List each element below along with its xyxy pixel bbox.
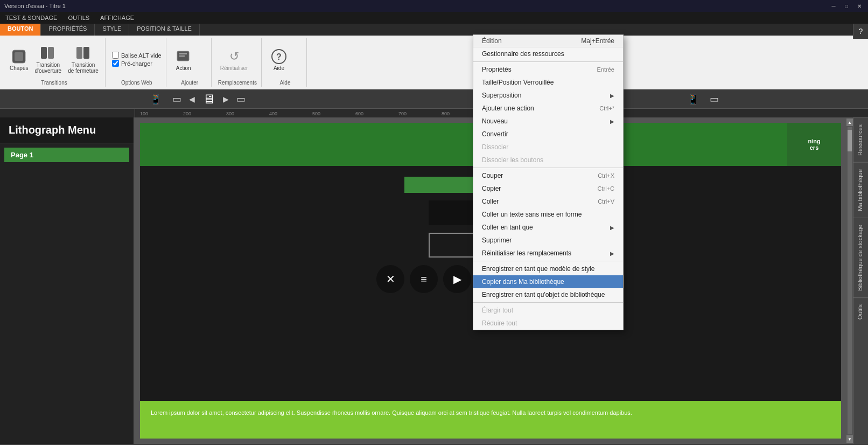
tab-proprietes[interactable]: PROPRIÉTÉS: [41, 24, 95, 36]
device-tablet-right2[interactable]: ▭: [706, 92, 722, 106]
ctx-item-19[interactable]: Enregistrer en tant que modèle de style: [473, 262, 623, 275]
precharger-checkbox[interactable]: Pré-charger: [112, 60, 162, 67]
transition-ouverture-label: Transitiond'ouverture: [34, 62, 61, 74]
menu-affichage[interactable]: AFFICHAGE: [95, 13, 139, 22]
ctx-item-0[interactable]: Gestionnaire des ressources: [473, 47, 623, 60]
ctx-item-21[interactable]: Enregistrer en tant qu'objet de biblioth…: [473, 288, 623, 301]
slide-bottom: Lorem ipsum dolor sit amet, consectetur …: [140, 401, 841, 439]
ctx-shortcut-12: Ctrl+C: [598, 185, 614, 192]
slide-header: Lithograph Menu: [0, 117, 134, 143]
ctx-item-20[interactable]: Copier dans Ma bibliothèque: [473, 275, 623, 288]
svg-rect-4: [76, 47, 82, 59]
transition-fermeture-btn[interactable]: Transitionde fermeture: [66, 44, 101, 75]
action-btn[interactable]: Action: [173, 47, 194, 72]
slide-page[interactable]: Page 1: [4, 148, 129, 162]
context-menu: Édition Maj+Entrée Gestionnaire des ress…: [473, 34, 624, 330]
ctx-item-15[interactable]: Coller en tant que▶: [473, 221, 623, 234]
menu-test-sondage[interactable]: TEST & SONDAGE: [0, 13, 62, 22]
svg-rect-3: [48, 47, 54, 59]
ctx-item-label-23: Élargir tout: [482, 307, 513, 314]
ctrl-menu[interactable]: ≡: [410, 265, 438, 293]
device-bar: 📱 ▭ ◀ 🖥 ▶ ▭ 📱 ▭: [0, 89, 868, 109]
transition-ouverture-btn[interactable]: Transitiond'ouverture: [32, 44, 64, 75]
ctx-item-14[interactable]: Coller un texte sans mise en forme: [473, 208, 623, 221]
scroll-track: [848, 127, 852, 434]
ctx-item-5[interactable]: Ajouter une actionCtrl+*: [473, 102, 623, 115]
ctx-item-4[interactable]: Superposition▶: [473, 89, 623, 102]
device-phone-small[interactable]: 📱: [146, 92, 165, 106]
balise-alt-input[interactable]: [112, 52, 119, 59]
scroll-up[interactable]: ▲: [846, 119, 853, 126]
reinitialiser-label: Réinitialiser: [220, 65, 248, 71]
ctx-item-label-12: Copier: [482, 185, 501, 192]
menu-outils[interactable]: OUTILS: [62, 13, 95, 22]
svg-rect-5: [83, 47, 89, 59]
device-tablet-right[interactable]: ▭: [233, 92, 249, 106]
left-panel: Lithograph Menu Page 1: [0, 117, 135, 444]
ctx-item-6[interactable]: Nouveau▶: [473, 115, 623, 128]
tab-bibliotheque-stockage[interactable]: Bibliothèque de stockage: [853, 218, 868, 297]
tab-position-taille[interactable]: POSITION & TAILLE: [129, 24, 200, 36]
tab-ressources[interactable]: Ressources: [853, 117, 868, 162]
ribbon-group-options-web: Balise ALT vide Pré-charger Options Web: [108, 38, 166, 87]
svg-rect-8: [179, 55, 185, 57]
ctx-item-12[interactable]: CopierCtrl+C: [473, 182, 623, 195]
transition-fermeture-icon: [75, 45, 92, 62]
right-panel: Ressources Ma bibliothèque Bibliothèque …: [853, 117, 868, 444]
next-btn[interactable]: ▶: [223, 95, 229, 103]
ctx-item-label-17: Réinitialiser les remplacements: [482, 249, 571, 257]
prev-btn[interactable]: ◀: [189, 95, 195, 103]
tab-style[interactable]: STYLE: [95, 24, 129, 36]
ajouter-label: Ajouter: [173, 80, 207, 86]
ctx-item-label-7: Convertir: [482, 130, 508, 138]
ctx-item-16[interactable]: Supprimer: [473, 234, 623, 247]
svg-text:600: 600: [355, 111, 363, 116]
ctx-item-label-24: Réduire tout: [482, 319, 517, 327]
scroll-down[interactable]: ▼: [846, 435, 853, 443]
ctx-item-label-19: Enregistrer en tant que modèle de style: [482, 265, 594, 273]
help-button[interactable]: ?: [853, 24, 868, 39]
tab-outils[interactable]: Outils: [853, 297, 868, 326]
precharger-input[interactable]: [112, 60, 119, 67]
ctx-item-label-4: Superposition: [482, 92, 521, 99]
ctx-item-7[interactable]: Convertir: [473, 128, 623, 141]
minimize-btn[interactable]: ─: [829, 2, 838, 10]
ctx-item-label-9: Dissocier les boutons: [482, 156, 543, 164]
ctx-item-label-13: Coller: [482, 198, 499, 205]
ctx-item-label-3: Taille/Position Verrouillée: [482, 79, 554, 86]
ctx-item-13[interactable]: CollerCtrl+V: [473, 195, 623, 208]
ribbon-group-transitions: Chapés Transitiond'ouverture: [3, 38, 106, 87]
slide-title: Lithograph Menu: [9, 124, 96, 136]
tab-ma-bibliotheque[interactable]: Ma bibliothèque: [853, 162, 868, 218]
ctx-item-11[interactable]: CouperCtrl+X: [473, 169, 623, 182]
ctx-item-label-8: Dissocier: [482, 143, 508, 151]
device-phone-right[interactable]: 📱: [684, 92, 702, 106]
aide-label: Aide: [274, 65, 284, 71]
ctrl-close[interactable]: ✕: [376, 265, 404, 293]
aide-btn[interactable]: ? Aide: [268, 47, 290, 72]
ctrl-play[interactable]: ▶: [443, 265, 471, 293]
app-title: Version d'essai - Titre 1: [4, 3, 66, 9]
ctx-shortcut-11: Ctrl+X: [598, 172, 614, 179]
ribbon-tabs: BOUTON PROPRIÉTÉS STYLE POSITION & TAILL…: [0, 24, 868, 36]
balise-alt-checkbox[interactable]: Balise ALT vide: [112, 52, 162, 59]
aide-icon: ?: [270, 48, 288, 65]
ctx-item-17[interactable]: Réinitialiser les remplacements▶: [473, 247, 623, 260]
ctx-header-left: Édition: [482, 37, 502, 45]
ctx-item-label-16: Supprimer: [482, 237, 512, 244]
balise-alt-label: Balise ALT vide: [121, 52, 162, 59]
device-monitor[interactable]: 🖥: [199, 91, 219, 108]
options-web-label: Options Web: [112, 80, 162, 86]
scroll-thumb[interactable]: [848, 130, 852, 151]
ctx-item-3[interactable]: Taille/Position Verrouillée: [473, 76, 623, 89]
maximize-btn[interactable]: □: [842, 2, 851, 10]
ctx-separator-1: [473, 61, 623, 62]
close-btn[interactable]: ✕: [855, 2, 864, 10]
chapes-btn[interactable]: Chapés: [8, 47, 30, 72]
device-tablet-small[interactable]: ▭: [169, 92, 185, 106]
ctx-item-2[interactable]: PropriétésEntrée: [473, 63, 623, 76]
tab-bouton[interactable]: BOUTON: [0, 24, 41, 36]
ctx-item-label-0: Gestionnaire des ressources: [482, 50, 564, 58]
ctx-arrow-15: ▶: [610, 225, 614, 231]
reinitialiser-btn[interactable]: ↺ Réinitialiser: [218, 47, 250, 72]
